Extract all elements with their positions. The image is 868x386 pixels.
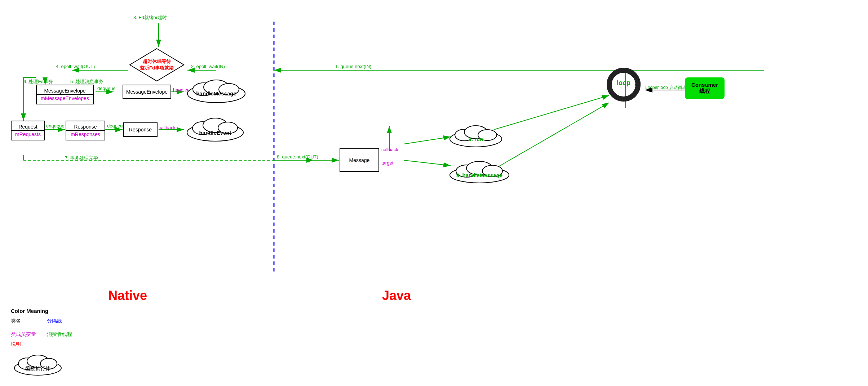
svg-text:函数执行体: 函数执行体 — [25, 365, 50, 371]
legend: Color Meaning 类名 类成员变量 分隔线 消费者线程 说明 函数执行… — [11, 308, 72, 378]
legend-divider: 分隔线 — [47, 318, 62, 324]
box-text: MessageEnvelope — [126, 89, 168, 95]
label-step8: 8. queue.next(OUT) — [277, 154, 318, 160]
svg-text:9. run: 9. run — [469, 136, 483, 142]
label-step5: 5. 处理消息事务 — [70, 78, 103, 85]
diamond-text: 超时休眠等待监听Fd事项就绪 — [132, 58, 182, 71]
box-response-2: Response — [123, 122, 158, 137]
label-step7: 7. 事务处理完毕 — [65, 155, 98, 161]
label-step4: 4. epoll_wait(OUT) — [56, 64, 95, 69]
label-step6: 6. 处理Fd事务 — [23, 78, 53, 85]
box-request: Request mRequests — [11, 121, 45, 140]
box-message-envelope-2: MessageEnvelope — [123, 85, 171, 99]
label-enqueue: enqueue — [46, 123, 65, 129]
box-message: Message — [340, 148, 379, 172]
svg-text:handleEvent: handleEvent — [199, 130, 231, 136]
box-line1: Response — [74, 124, 97, 130]
label-callback-target2: target — [381, 160, 393, 166]
legend-title: Color Meaning — [11, 308, 72, 314]
cloud-handle-message-java: 9. handleMessage — [447, 158, 512, 184]
diamond-shape: 超时休眠等待监听Fd事项就绪 — [128, 47, 186, 83]
legend-cloud: 函数执行体 — [11, 353, 65, 376]
label-step3: 3. Fd就绪or超时 — [133, 14, 167, 21]
label-callback-target1: callback — [381, 147, 398, 152]
svg-line-24 — [404, 160, 451, 166]
legend-consumer: 消费者线程 — [47, 331, 72, 337]
box-line1: Request — [18, 124, 37, 130]
box-text: Response — [129, 127, 152, 133]
diagram-container: 3. Fd就绪or超时 超时休眠等待监听Fd事项就绪 4. epoll_wait… — [0, 0, 868, 386]
label-step2: 2. epoll_wait(IN) — [191, 64, 225, 69]
box-line1: MessageEnvelope — [44, 88, 85, 94]
svg-text:handleMessage: handleMessage — [196, 90, 236, 96]
loop-label: loop — [610, 79, 637, 87]
box-line2: mMessageEnvelopes — [41, 95, 89, 101]
label-step1: 1. queue.next(IN) — [335, 64, 371, 69]
box-response-1: Response mResponses — [66, 121, 105, 140]
consumer-text: Consumer 线程 — [689, 82, 720, 95]
arrow-consumer — [642, 86, 688, 94]
svg-text:9. handleMessage: 9. handleMessage — [456, 172, 502, 178]
legend-class: 类名 — [11, 318, 21, 324]
section-title-native: Native — [108, 288, 147, 303]
legend-member: 类成员变量 — [11, 331, 36, 337]
cloud-handle-message: handleMessage — [184, 76, 249, 104]
box-line2: mResponses — [71, 131, 100, 137]
svg-line-23 — [404, 137, 451, 144]
box-message-envelope-1: MessageEnvelope mMessageEnvelopes — [36, 85, 94, 104]
label-dequeue1: dequeue — [97, 86, 116, 91]
consumer-box: Consumer 线程 — [685, 77, 725, 99]
svg-line-25 — [494, 95, 609, 130]
label-callback: callback — [159, 125, 176, 130]
label-dequeue2: dequeue — [107, 123, 125, 129]
legend-desc: 说明 — [11, 341, 21, 347]
box-line2: mRequests — [15, 131, 41, 137]
section-title-java: Java — [382, 288, 411, 303]
box-text: Message — [349, 157, 370, 163]
cloud-handle-event: handleEvent — [184, 115, 247, 143]
cloud-run: 9. run — [447, 122, 505, 148]
